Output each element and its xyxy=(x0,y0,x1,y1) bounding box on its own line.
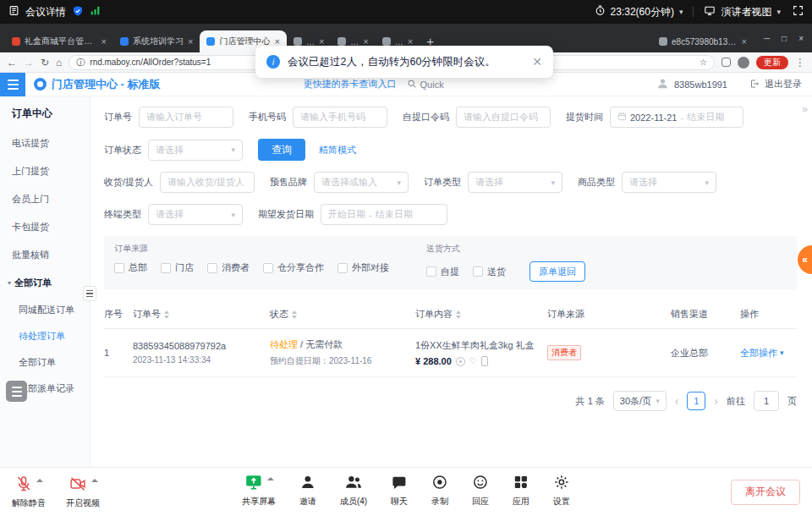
remark-icon[interactable] xyxy=(456,357,465,366)
share-screen-button[interactable]: 共享屏幕 xyxy=(242,473,276,508)
tab-close-icon[interactable]: × xyxy=(188,37,193,47)
username[interactable]: 8385wb1991 xyxy=(674,80,727,90)
back-icon[interactable]: ← xyxy=(7,58,17,68)
terminal-type-select[interactable]: 请选择▾ xyxy=(148,204,243,225)
sidebar-item-city-delivery[interactable]: 同城配送订单 xyxy=(0,297,90,323)
sidebar-item-door-pickup[interactable]: 上门提货 xyxy=(0,157,90,185)
tab-close-icon[interactable]: × xyxy=(742,37,747,47)
sidebar-item-phone-pickup[interactable]: 电话提货 xyxy=(0,129,90,157)
bookmark-star-icon[interactable]: ☆ xyxy=(700,58,707,67)
pickup-date-range[interactable]: 2022-11-21 - 结束日期 xyxy=(610,107,743,128)
meeting-timer[interactable]: 23:32(60分钟) xyxy=(611,5,674,19)
start-video-button[interactable]: 开启视频 xyxy=(66,475,100,509)
quick-search[interactable]: Quick xyxy=(407,79,444,91)
browser-menu-icon[interactable]: ⋮ xyxy=(795,58,805,68)
collapse-panel-icon[interactable]: » xyxy=(802,103,808,115)
apps-button[interactable]: 应用 xyxy=(513,473,529,508)
goto-page-input[interactable]: 1 xyxy=(754,391,779,411)
checkbox-hq[interactable]: 总部 xyxy=(114,261,147,274)
presale-brand-select[interactable]: 请选择或输入▾ xyxy=(314,172,409,193)
sort-icon[interactable] xyxy=(456,310,461,319)
search-button[interactable]: 查询 xyxy=(258,139,305,161)
tab-close-icon[interactable]: × xyxy=(319,37,324,47)
next-page-icon[interactable]: › xyxy=(714,394,718,408)
network-signal-icon[interactable] xyxy=(90,5,101,19)
sidebar-item-batch-verify[interactable]: 批量核销 xyxy=(0,241,90,269)
view-mode-label[interactable]: 演讲者视图 xyxy=(721,5,771,19)
coupon-query-link[interactable]: 更快捷的券卡查询入口 xyxy=(304,78,397,91)
sidebar-toggle-button[interactable] xyxy=(0,73,25,96)
window-minimize-button[interactable]: ─ xyxy=(764,34,770,43)
tab-close-icon[interactable]: × xyxy=(363,37,368,47)
toast-close-icon[interactable]: ✕ xyxy=(532,55,542,69)
checkbox-self-pickup[interactable]: 自提 xyxy=(426,266,459,278)
pickup-code-input[interactable]: 请输入自提口令码 xyxy=(456,107,551,128)
sidebar-drag-handle[interactable] xyxy=(83,286,96,301)
members-button[interactable]: 成员(4) xyxy=(340,473,367,508)
forward-icon[interactable]: → xyxy=(24,58,34,68)
reload-icon[interactable]: ↻ xyxy=(41,58,49,68)
sort-icon[interactable] xyxy=(164,310,169,319)
tab-close-icon[interactable]: × xyxy=(102,37,107,47)
logout-link[interactable]: 退出登录 xyxy=(765,78,802,91)
browser-tab[interactable]: 系统培训学习 × xyxy=(113,30,200,52)
sort-icon[interactable] xyxy=(292,310,297,319)
order-status-select[interactable]: 请选择▾ xyxy=(148,140,243,161)
page-number-current[interactable]: 1 xyxy=(687,392,705,410)
phone-input[interactable]: 请输入手机号码 xyxy=(293,107,387,128)
fullscreen-icon[interactable] xyxy=(793,5,804,19)
chevron-down-icon[interactable]: ▾ xyxy=(776,8,781,16)
reactions-button[interactable]: 回应 xyxy=(472,473,489,508)
sidebar-item-card-pickup[interactable]: 卡包提货 xyxy=(0,213,90,241)
favorite-icon[interactable]: ♡ xyxy=(469,357,477,365)
meeting-detail-label[interactable]: 会议详情 xyxy=(25,5,66,19)
checkbox-store[interactable]: 门店 xyxy=(161,261,194,274)
chevron-up-icon[interactable] xyxy=(91,479,98,482)
order-type-select[interactable]: 请选择▾ xyxy=(468,172,562,193)
browser-tab[interactable]: e8c573980b1328a258fd2e6f × xyxy=(652,30,754,52)
device-icon[interactable] xyxy=(481,356,488,366)
browser-update-button[interactable]: 更新 xyxy=(756,56,788,69)
col-content[interactable]: 订单内容 xyxy=(415,308,547,321)
table-row[interactable]: 1 83859345088979792a 2023-11-13 14:33:34… xyxy=(104,329,797,377)
tab-close-icon[interactable]: × xyxy=(274,37,279,47)
chevron-up-icon[interactable] xyxy=(266,477,273,480)
page-size-select[interactable]: 30条/页▾ xyxy=(613,391,667,411)
leave-meeting-button[interactable]: 离开会议 xyxy=(731,480,800,505)
sidebar-item-pending-orders[interactable]: 待处理订单 xyxy=(0,323,90,349)
unmute-button[interactable]: 解除静音 xyxy=(12,475,46,509)
sidebar-item-all-orders[interactable]: 全部订单 xyxy=(0,349,90,376)
col-order-no[interactable]: 订单号 xyxy=(133,308,270,321)
site-info-icon[interactable]: ⓘ xyxy=(76,57,85,69)
checkbox-warehouse-share[interactable]: 仓分享合作 xyxy=(263,261,324,274)
original-return-button[interactable]: 原单退回 xyxy=(529,261,585,282)
checkbox-consumer[interactable]: 消费者 xyxy=(207,261,250,274)
prev-page-icon[interactable]: ‹ xyxy=(675,394,679,408)
floating-list-widget[interactable] xyxy=(6,381,27,402)
row-actions-dropdown[interactable]: 全部操作▾ xyxy=(740,347,784,360)
expect-ship-date-range[interactable]: 开始日期 - 结束日期 xyxy=(321,204,447,225)
checkbox-external[interactable]: 外部对接 xyxy=(337,261,389,274)
invite-button[interactable]: 邀请 xyxy=(299,473,316,508)
chevron-down-icon[interactable]: ▾ xyxy=(679,8,683,16)
chat-button[interactable]: 聊天 xyxy=(391,473,408,508)
meeting-detail-icon[interactable] xyxy=(8,5,19,19)
sidebar-item-member-visit[interactable]: 会员上门 xyxy=(0,185,90,213)
browser-profile-avatar[interactable] xyxy=(738,57,749,69)
col-status[interactable]: 状态 xyxy=(270,308,415,321)
goods-type-select[interactable]: 请选择▾ xyxy=(622,172,716,193)
window-maximize-button[interactable]: □ xyxy=(782,34,787,43)
record-button[interactable]: 录制 xyxy=(431,473,448,508)
order-no-input[interactable]: 请输入订单号 xyxy=(139,107,233,128)
window-close-button[interactable]: × xyxy=(798,34,804,43)
settings-button[interactable]: 设置 xyxy=(553,473,570,508)
chevron-up-icon[interactable] xyxy=(36,479,43,482)
checkbox-delivery[interactable]: 送货 xyxy=(473,266,506,278)
home-icon[interactable]: ⌂ xyxy=(56,58,62,68)
sidebar-group-all-orders[interactable]: ▾ 全部订单 xyxy=(0,269,90,297)
receiver-input[interactable]: 请输入收货/提货人 xyxy=(160,172,255,193)
tab-close-icon[interactable]: × xyxy=(408,37,413,47)
security-shield-icon[interactable] xyxy=(72,5,84,19)
browser-tab[interactable]: 礼盒商城平台管理中心 × xyxy=(5,30,113,52)
simple-mode-link[interactable]: 精简模式 xyxy=(319,144,356,156)
